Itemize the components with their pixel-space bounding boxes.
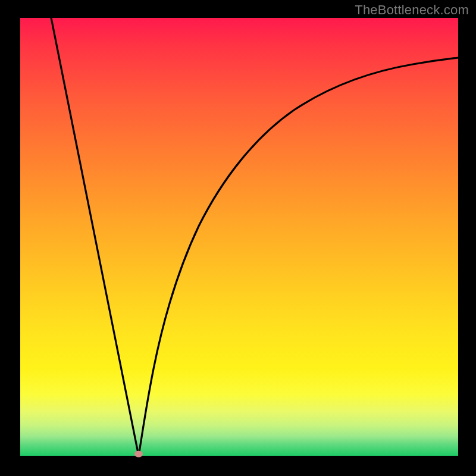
plot-area [20, 18, 458, 456]
optimal-point-marker [134, 451, 143, 458]
curve-left-descent [51, 18, 139, 456]
chart-frame: TheBottleneck.com [0, 0, 476, 476]
curve-right-ascent [139, 58, 458, 456]
bottleneck-curve [20, 18, 458, 456]
watermark-text: TheBottleneck.com [355, 2, 469, 18]
